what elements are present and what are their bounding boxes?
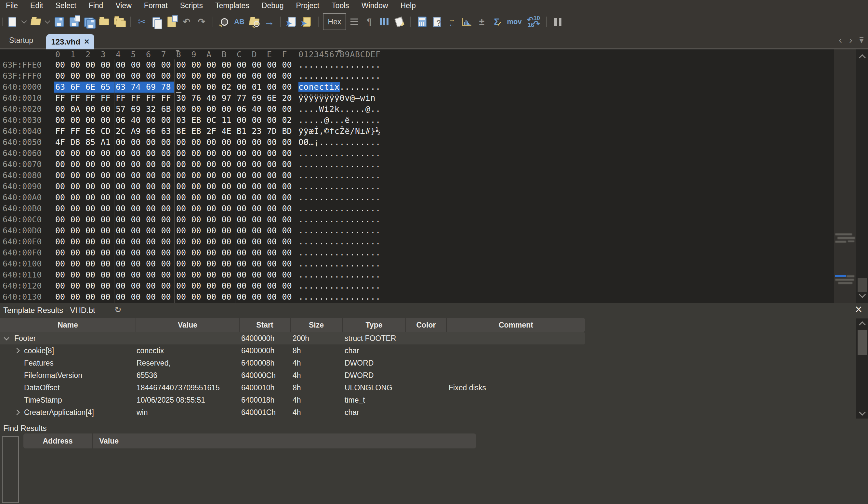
hex-byte[interactable]: 00 — [160, 247, 175, 258]
folder-button[interactable] — [97, 14, 111, 30]
hex-byte[interactable]: 00 — [54, 292, 69, 303]
hex-byte[interactable]: 00 — [266, 247, 281, 258]
template-row-CreaterApplication4[interactable]: CreaterApplication[4]win640001Ch4hchar — [0, 406, 868, 419]
hex-byte[interactable]: 63 — [54, 82, 69, 93]
new-file-dropdown[interactable] — [20, 14, 28, 30]
hex-byte[interactable]: 00 — [160, 258, 175, 269]
hex-row-640:0040[interactable]: 640:0040FFFFE6CD2CA966638EEB2F4EB1237DBD… — [0, 126, 834, 137]
hex-byte[interactable]: 00 — [130, 137, 145, 148]
ascii-text[interactable]: ................ — [298, 236, 381, 247]
hex-byte[interactable]: 00 — [266, 170, 281, 181]
menu-tools[interactable]: Tools — [332, 1, 349, 10]
hex-byte[interactable]: 00 — [145, 292, 160, 303]
tab-scroll-right-icon[interactable]: › — [849, 34, 852, 45]
hex-byte[interactable]: 00 — [235, 247, 251, 258]
hex-row-640:0000[interactable]: 640:0000636F6E65637469780000000200010000… — [0, 82, 834, 93]
hex-byte[interactable]: 00 — [235, 71, 251, 82]
hex-byte[interactable]: 00 — [235, 258, 251, 269]
histogram-button[interactable] — [460, 14, 474, 30]
hex-byte[interactable]: 00 — [114, 281, 130, 292]
hex-byte[interactable]: 00 — [266, 71, 281, 82]
hex-byte[interactable]: 00 — [100, 192, 115, 203]
hex-byte[interactable]: 00 — [251, 148, 266, 159]
hex-byte[interactable]: 00 — [235, 170, 251, 181]
open-file-dropdown[interactable] — [44, 14, 51, 30]
hex-byte[interactable]: 00 — [220, 148, 236, 159]
hex-byte[interactable]: 00 — [190, 159, 205, 170]
hex-byte[interactable]: 00 — [235, 203, 251, 214]
hex-byte[interactable]: 00 — [54, 159, 69, 170]
hex-byte[interactable]: 00 — [205, 60, 220, 71]
expand-icon[interactable] — [14, 410, 20, 415]
hex-row-640:0100[interactable]: 640:010000000000000000000000000000000000… — [0, 258, 834, 269]
hex-byte[interactable]: 00 — [190, 281, 205, 292]
hex-byte[interactable]: 00 — [160, 71, 175, 82]
tab-list-menu-icon[interactable]: ▾ — [859, 37, 864, 43]
hex-byte[interactable]: 00 — [69, 148, 84, 159]
hex-byte[interactable]: 00 — [84, 247, 100, 258]
hex-byte[interactable]: 00 — [160, 60, 175, 71]
hex-byte[interactable]: 00 — [69, 60, 84, 71]
hex-byte[interactable]: 00 — [281, 281, 296, 292]
hex-byte[interactable]: 00 — [84, 159, 100, 170]
hex-byte[interactable]: 00 — [281, 269, 296, 281]
hex-byte[interactable]: 8E — [175, 126, 190, 137]
hex-byte[interactable]: 00 — [251, 292, 266, 303]
ascii-text[interactable]: ................ — [298, 159, 381, 170]
hex-byte[interactable]: 40 — [205, 93, 220, 104]
template-row-FileformatVersion[interactable]: FileformatVersion65536640000Ch4hDWORD — [0, 369, 868, 381]
hex-byte[interactable]: 00 — [130, 203, 145, 214]
template-row-cookie8[interactable]: cookie[8]conectix6400000h8hchar — [0, 345, 868, 357]
menu-select[interactable]: Select — [55, 1, 76, 10]
hex-byte[interactable]: 00 — [175, 192, 190, 203]
hex-byte[interactable]: 00 — [281, 159, 296, 170]
hex-byte[interactable]: 00 — [130, 236, 145, 247]
ascii-text[interactable]: ................ — [298, 181, 381, 192]
hex-byte[interactable]: 78 — [160, 82, 175, 93]
hex-byte[interactable]: 00 — [235, 192, 251, 203]
hex-byte[interactable]: 00 — [100, 170, 115, 181]
hex-byte[interactable]: 00 — [54, 225, 69, 236]
hex-byte[interactable]: 00 — [84, 258, 100, 269]
hex-byte[interactable]: 00 — [251, 71, 266, 82]
column-header-value[interactable]: Value — [136, 318, 239, 332]
hex-byte[interactable]: 00 — [175, 170, 190, 181]
hex-byte[interactable]: 00 — [251, 214, 266, 225]
checksum-button[interactable]: Σ✓ — [490, 14, 504, 30]
hex-byte[interactable]: 00 — [266, 104, 281, 115]
hex-byte[interactable]: 00 — [100, 104, 115, 115]
hex-byte[interactable]: 00 — [175, 225, 190, 236]
hex-byte[interactable]: 00 — [205, 258, 220, 269]
hex-byte[interactable]: 00 — [69, 269, 84, 281]
column-header-name[interactable]: Name — [0, 318, 136, 332]
hex-row-640:00A0[interactable]: 640:00A000000000000000000000000000000000… — [0, 192, 834, 203]
hex-byte[interactable]: 00 — [175, 203, 190, 214]
hex-byte[interactable]: 00 — [220, 71, 236, 82]
hex-byte[interactable]: 00 — [100, 236, 115, 247]
hex-byte[interactable]: 00 — [54, 192, 69, 203]
hex-byte[interactable]: 00 — [281, 225, 296, 236]
ascii-text[interactable]: ................ — [298, 292, 381, 303]
hex-byte[interactable]: 00 — [54, 60, 69, 71]
hex-byte[interactable]: 00 — [205, 170, 220, 181]
menu-project[interactable]: Project — [296, 1, 320, 10]
hex-byte[interactable]: 00 — [251, 247, 266, 258]
hex-byte[interactable]: 00 — [130, 181, 145, 192]
hex-byte[interactable]: FF — [100, 93, 115, 104]
hex-byte[interactable]: 06 — [235, 104, 251, 115]
hex-row-640:0050[interactable]: 640:00504FD885A1000000000000000000000000… — [0, 137, 834, 148]
hex-row-640:00B0[interactable]: 640:00B000000000000000000000000000000000… — [0, 203, 834, 214]
hex-byte[interactable]: 00 — [220, 269, 236, 281]
hex-byte[interactable]: 00 — [145, 236, 160, 247]
hex-byte[interactable]: 00 — [145, 181, 160, 192]
hex-row-640:0030[interactable]: 640:0030000000000640000003EB0C1100000002… — [0, 115, 834, 126]
ascii-text[interactable]: ................ — [298, 60, 381, 71]
hex-byte[interactable]: 00 — [114, 159, 130, 170]
hex-byte[interactable]: 00 — [205, 71, 220, 82]
hex-byte[interactable]: 00 — [160, 236, 175, 247]
hex-byte[interactable]: 00 — [84, 292, 100, 303]
hex-byte[interactable]: 00 — [205, 225, 220, 236]
hex-byte[interactable]: 00 — [145, 214, 160, 225]
hex-byte[interactable]: 00 — [235, 115, 251, 126]
hex-byte[interactable]: 85 — [84, 137, 100, 148]
